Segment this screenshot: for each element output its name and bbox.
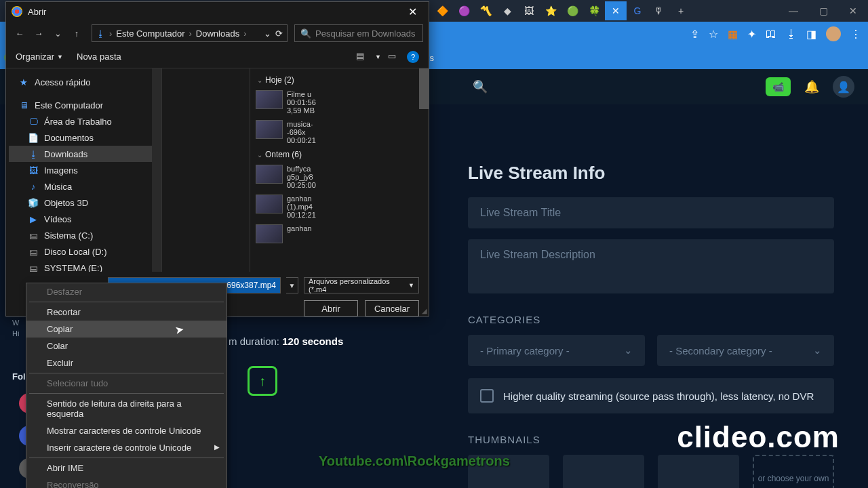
forward-button[interactable]: →	[31, 25, 47, 41]
upload-icon[interactable]: ↑	[248, 366, 277, 396]
reading-list-icon[interactable]: 🕮	[766, 28, 776, 40]
profile-avatar-icon[interactable]	[826, 26, 841, 41]
folder-tree: ★Acesso rápido 🖥Este Computador 🖵Área de…	[6, 68, 162, 272]
go-live-button[interactable]: 📹	[766, 77, 791, 96]
scrollbar[interactable]	[152, 68, 161, 272]
close-tab-icon[interactable]: ✕	[612, 5, 620, 16]
file-item[interactable]: ganhan	[252, 222, 427, 246]
bell-icon[interactable]: 🔔	[804, 79, 819, 94]
back-button[interactable]: ←	[12, 25, 28, 41]
ctx-copy[interactable]: Copiar	[26, 321, 226, 338]
open-button[interactable]: Abrir	[304, 300, 358, 317]
group-today[interactable]: ⌄Hoje (2)	[252, 73, 427, 87]
tree-quick-access[interactable]: ★Acesso rápido	[9, 74, 159, 90]
breadcrumb[interactable]: ⭳ › Este Computador › Downloads › ⌄⟳	[92, 24, 288, 42]
tree-desktop[interactable]: 🖵Área de Trabalho	[9, 113, 159, 129]
star-icon: ★	[18, 77, 29, 87]
crumb-downloads[interactable]: Downloads	[196, 28, 239, 39]
pc-icon: 🖥	[18, 100, 29, 110]
share-icon[interactable]: ⇪	[690, 28, 699, 41]
tab-11[interactable]: 🎙	[648, 1, 670, 20]
dialog-close-button[interactable]: ✕	[401, 3, 423, 20]
dialog-titlebar: Abrir ✕	[6, 2, 429, 21]
resize-grip[interactable]: ◢	[422, 307, 427, 314]
tab-1[interactable]: 🔶	[431, 1, 453, 20]
file-item[interactable]: ganhan(1).mp400:12:21	[252, 192, 427, 222]
tab-7[interactable]: 🟢	[561, 1, 583, 20]
tree-drive-c[interactable]: 🖴Sistema (C:)	[9, 227, 159, 243]
tree-3d-objects[interactable]: 🧊Objetos 3D	[9, 195, 159, 211]
minimize-button[interactable]: —	[778, 0, 808, 22]
documents-icon: 📄	[28, 132, 39, 143]
tree-drive-d[interactable]: 🖴Disco Local (D:)	[9, 243, 159, 260]
ctx-insert-unicode[interactable]: Inserir caractere de controle Unicode▶	[26, 439, 226, 456]
thumb-upload-own[interactable]: or choose your own	[753, 455, 834, 488]
tree-drive-e[interactable]: 🖴SYSTEMA (E:)	[9, 260, 159, 272]
stream-title-input[interactable]: Live Stream Title	[468, 197, 834, 228]
search-icon[interactable]: 🔍	[473, 79, 488, 94]
bookmark-star-icon[interactable]: ☆	[709, 28, 718, 41]
tab-2[interactable]: 🟣	[453, 1, 475, 20]
file-item[interactable]: buffycag5p_jy800:25:00	[252, 162, 427, 192]
crumb-dropdown-icon[interactable]: ⌄	[264, 28, 271, 39]
up-button[interactable]: ↑	[68, 25, 85, 41]
cancel-button[interactable]: Cancelar	[365, 300, 419, 317]
tree-images[interactable]: 🖼Imagens	[9, 162, 159, 178]
filename-dropdown[interactable]: ▼	[286, 277, 298, 293]
refresh-icon[interactable]: ⟳	[275, 28, 283, 39]
preview-pane-icon[interactable]: ▭	[388, 51, 400, 63]
organize-button[interactable]: Organizar▼	[16, 52, 63, 62]
ctx-delete[interactable]: Excluir	[26, 354, 226, 371]
chevron-down-icon: ⌄	[257, 151, 262, 159]
ctx-cut[interactable]: Recortar	[26, 304, 226, 321]
secondary-category-select[interactable]: - Secondary category -⌄	[657, 335, 834, 366]
file-item[interactable]: Filme u00:01:563,59 MB	[252, 87, 427, 117]
tree-documents[interactable]: 📄Documentos	[9, 129, 159, 146]
file-item[interactable]: musica--696x00:00:21	[252, 117, 427, 147]
crumb-pc[interactable]: Este Computador	[116, 28, 184, 39]
thumb-option-3[interactable]	[658, 455, 739, 488]
ext-1-icon[interactable]: ▦	[728, 28, 738, 41]
group-yesterday[interactable]: ⌄Ontem (6)	[252, 147, 427, 162]
filetype-select[interactable]: Arquivos personalizados (*.m4▼	[304, 277, 419, 293]
tab-5[interactable]: 🖼	[518, 1, 540, 20]
scrollbar[interactable]	[419, 68, 429, 109]
ctx-show-unicode[interactable]: Mostrar caracteres de controle Unicode	[26, 422, 226, 439]
help-icon[interactable]: ?	[407, 51, 419, 63]
dialog-search-input[interactable]: 🔍Pesquisar em Downloads	[294, 24, 423, 42]
file-preview-pane: ⌄Hoje (2) Filme u00:01:563,59 MB musica-…	[250, 68, 429, 272]
ctx-ime[interactable]: Abrir IME	[26, 460, 226, 476]
new-tab-button[interactable]: +	[670, 1, 692, 20]
tree-this-pc[interactable]: 🖥Este Computador	[9, 97, 159, 113]
tab-6[interactable]: ⭐	[540, 1, 561, 20]
close-window-button[interactable]: ✕	[838, 0, 868, 22]
menu-icon[interactable]: ⋮	[850, 28, 861, 41]
maximize-button[interactable]: ▢	[808, 0, 838, 22]
tab-10[interactable]: G	[627, 1, 648, 20]
file-list-pane[interactable]	[162, 68, 250, 272]
stream-description-input[interactable]: Live Stream Description	[468, 239, 834, 293]
primary-category-select[interactable]: - Primary category -⌄	[468, 335, 645, 366]
sidepanel-icon[interactable]: ◨	[806, 28, 816, 41]
hq-streaming-checkbox-row[interactable]: Higher quality streaming (source pass th…	[468, 378, 834, 413]
downloads-icon[interactable]: ⭳	[786, 28, 797, 40]
tree-downloads[interactable]: ⭳Downloads	[9, 146, 159, 162]
tab-4[interactable]: ◆	[496, 1, 518, 20]
separator	[29, 373, 224, 373]
tab-8[interactable]: 🍀	[583, 1, 605, 20]
tree-music[interactable]: ♪Música	[9, 178, 159, 195]
ctx-rtl[interactable]: Sentido de leitura da direita para a esq…	[26, 395, 226, 422]
avatar[interactable]: 👤	[833, 76, 854, 98]
view-mode-icon[interactable]: ▤	[356, 51, 368, 63]
tree-videos[interactable]: ▶Vídeos	[9, 211, 159, 227]
view-dropdown-icon[interactable]: ▼	[375, 54, 381, 60]
new-folder-button[interactable]: Nova pasta	[77, 52, 121, 62]
file-thumbnail	[256, 165, 283, 184]
checkbox[interactable]	[480, 389, 494, 403]
thumb-option-2[interactable]	[563, 455, 644, 488]
tab-3[interactable]: 〽️	[475, 1, 496, 20]
tab-active[interactable]: ✕	[605, 1, 627, 20]
ctx-paste[interactable]: Colar	[26, 338, 226, 354]
recent-dropdown[interactable]: ⌄	[50, 25, 66, 41]
extensions-icon[interactable]: ✦	[747, 28, 756, 41]
